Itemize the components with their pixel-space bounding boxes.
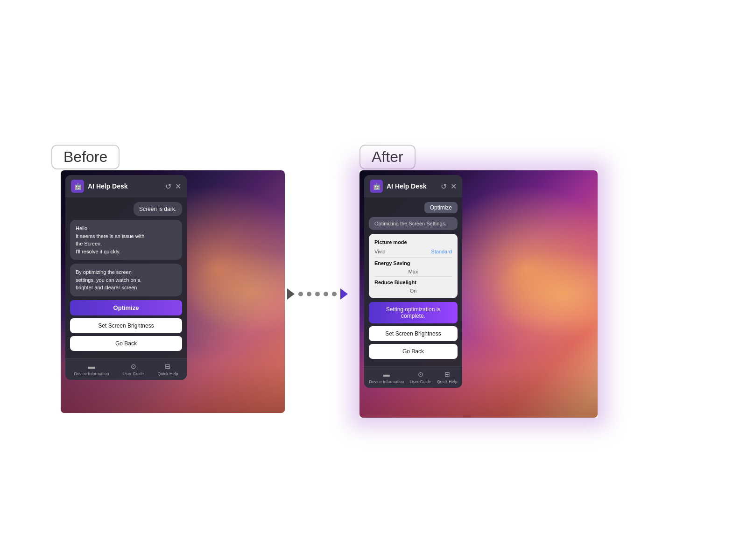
after-header-icons: ↺ ✕ [441,182,457,191]
dot4 [324,292,328,296]
after-picture-mode-from: Vivid [374,249,386,254]
after-brightness-button[interactable]: Set Screen Brightness [369,326,458,341]
after-status-text: Optimizing the Screen Settings. [374,221,446,226]
arrow-connector [287,288,348,300]
after-status-bubble: Optimizing the Screen Settings. [369,217,458,230]
after-header-left: 🤖 AI Help Desk [370,180,427,193]
before-nav-guide[interactable]: ⊙ User Guide [123,363,144,376]
quick-help-label: Quick Help [157,371,178,376]
after-picture-mode-label: Picture mode [374,239,407,245]
after-help-label: Quick Help [437,379,458,384]
before-back-button[interactable]: Go Back [70,336,182,351]
after-panel-nav: ▬ Device Information ⊙ User Guide ⊟ Quic… [364,366,462,388]
user-guide-label: User Guide [123,371,144,376]
before-optimize-button[interactable]: Optimize [70,300,182,315]
after-nav-device[interactable]: ▬ Device Information [369,371,404,384]
after-label: After [359,145,416,169]
after-nav-help[interactable]: ⊟ Quick Help [437,371,458,384]
device-info-label: Device Information [74,371,109,376]
after-success-message: Setting optimization is complete. [369,302,458,323]
after-picture-mode-row: Picture mode [374,238,452,247]
after-panel-title: AI Help Desk [387,182,427,190]
device-info-icon: ▬ [88,363,95,370]
after-screen: 🤖 AI Help Desk ↺ ✕ Optimize [359,170,598,418]
quick-help-icon: ⊟ [165,363,170,370]
before-panel-body: Screen is dark. Hello.It seems there is … [65,197,187,358]
after-device-label: Device Information [369,379,404,384]
after-text: After [372,148,403,165]
user-guide-icon: ⊙ [131,363,136,370]
before-ai-icon: 🤖 [71,180,84,193]
after-bluelight-label: Reduce Bluelight [374,280,416,285]
page-wrapper: Before After 🤖 AI Help Desk ↺ ✕ [0,0,747,560]
after-tv: 🤖 AI Help Desk ↺ ✕ Optimize [359,170,598,418]
before-label: Before [51,145,120,169]
after-energy-label: Energy Saving [374,260,410,266]
after-back-button[interactable]: Go Back [369,344,458,359]
before-ai-bubble1: Hello.It seems there is an issue withthe… [70,220,182,260]
after-guide-icon: ⊙ [418,371,423,378]
after-bluelight-row: Reduce Bluelight [374,278,452,287]
before-text: Before [63,148,107,165]
after-guide-label: User Guide [410,379,431,384]
after-header-optimize-button[interactable]: Optimize [424,202,458,213]
before-header-icons: ↺ ✕ [165,182,181,191]
before-brightness-button[interactable]: Set Screen Brightness [70,318,182,333]
after-settings-box: Picture mode Vivid Standard Energy Savin… [369,234,458,298]
before-panel-title: AI Help Desk [88,182,128,190]
after-panel: 🤖 AI Help Desk ↺ ✕ Optimize [364,175,462,388]
after-bluelight-value: On [374,287,452,294]
after-refresh-icon[interactable]: ↺ [441,182,447,191]
arrow-left [287,288,295,300]
before-panel-nav: ▬ Device Information ⊙ User Guide ⊟ Quic… [65,358,187,380]
after-help-icon: ⊟ [444,371,450,378]
before-tv: 🤖 AI Help Desk ↺ ✕ Screen is dark. [61,170,285,413]
before-nav-help[interactable]: ⊟ Quick Help [157,363,178,376]
after-panel-header: 🤖 AI Help Desk ↺ ✕ [364,175,462,197]
dot5 [332,292,337,296]
after-nav-guide[interactable]: ⊙ User Guide [410,371,431,384]
after-picture-mode-to: Standard [431,249,452,254]
before-user-bubble: Screen is dark. [134,202,182,216]
after-energy-row: Energy Saving [374,259,452,268]
before-screen: 🤖 AI Help Desk ↺ ✕ Screen is dark. [61,170,285,413]
arrow-right [340,288,348,300]
after-device-icon: ▬ [383,371,390,378]
refresh-icon[interactable]: ↺ [165,182,171,191]
after-ai-icon: 🤖 [370,180,383,193]
dot3 [315,292,320,296]
before-ai-text2: By optimizing the screensettings, you ca… [76,269,141,290]
dot1 [298,292,303,296]
before-panel: 🤖 AI Help Desk ↺ ✕ Screen is dark. [65,175,187,380]
close-icon[interactable]: ✕ [175,182,181,191]
after-picture-mode-values: Vivid Standard [374,247,452,256]
before-header-left: 🤖 AI Help Desk [71,180,128,193]
dot2 [307,292,311,296]
before-ai-text1: Hello.It seems there is an issue withthe… [76,225,144,254]
before-nav-device[interactable]: ▬ Device Information [74,363,109,376]
after-close-icon[interactable]: ✕ [451,182,457,191]
after-panel-body: Optimize Optimizing the Screen Settings.… [364,197,462,366]
before-ai-bubble2: By optimizing the screensettings, you ca… [70,264,182,296]
after-energy-value: Max [374,268,452,275]
before-panel-header: 🤖 AI Help Desk ↺ ✕ [65,175,187,197]
